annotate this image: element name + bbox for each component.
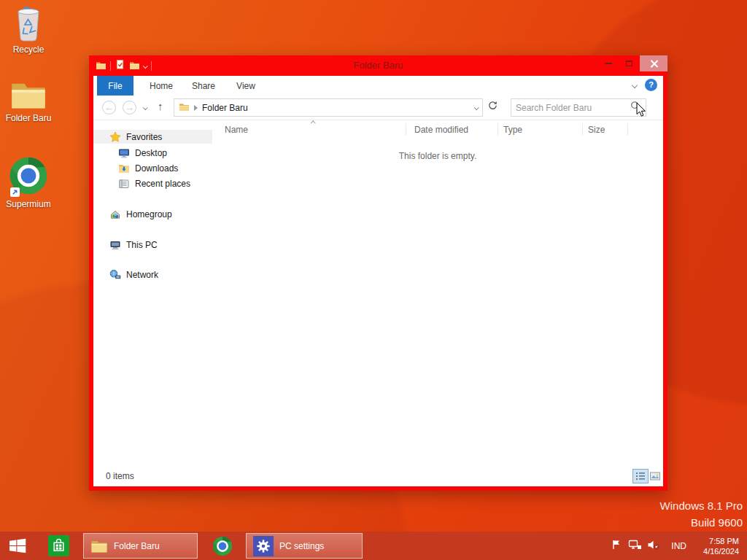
this-pc-icon	[109, 239, 121, 251]
details-view-icon	[635, 471, 646, 481]
refresh-icon[interactable]	[487, 100, 498, 114]
gear-icon	[255, 538, 271, 554]
network-tray-icon[interactable]	[628, 539, 642, 553]
sort-ascending-icon	[311, 121, 315, 125]
minimize-button[interactable]	[597, 55, 619, 71]
column-separator[interactable]	[406, 123, 406, 136]
column-separator[interactable]	[582, 123, 583, 136]
volume-muted-icon[interactable]	[647, 539, 660, 553]
explorer-window: Folder Baru File Home Share View ?	[89, 55, 667, 491]
shortcut-arrow-icon	[10, 187, 20, 197]
caption-buttons	[597, 55, 667, 71]
column-header-size[interactable]: Size	[588, 125, 605, 135]
tab-view[interactable]: View	[229, 76, 263, 96]
main-area: Favorites Desktop Downloads Recent place…	[93, 120, 663, 467]
network-icon	[109, 269, 121, 281]
sidebar-item-label: This PC	[126, 240, 158, 250]
navigation-pane: Favorites Desktop Downloads Recent place…	[93, 120, 212, 467]
column-separator[interactable]	[627, 123, 628, 136]
search-box[interactable]	[511, 98, 646, 117]
window-title: Folder Baru	[89, 55, 667, 76]
column-separator[interactable]	[498, 123, 498, 136]
taskbar-button-pc-settings[interactable]: PC settings	[246, 533, 363, 559]
action-center-flag-icon[interactable]	[611, 539, 623, 553]
supermium-browser-icon	[212, 536, 233, 556]
empty-folder-message: This folder is empty.	[212, 151, 663, 161]
desktop-icon-label: Recycle	[1, 44, 56, 55]
clock[interactable]: 7:58 PM 4/16/2024	[694, 536, 739, 556]
address-bar[interactable]: Folder Baru	[174, 98, 483, 117]
close-button[interactable]	[640, 55, 667, 71]
sidebar-item-label: Homegroup	[126, 209, 172, 219]
folder-icon	[90, 538, 108, 553]
column-header-name[interactable]: Name	[225, 125, 248, 135]
breadcrumb-chevron-icon[interactable]	[194, 105, 198, 111]
address-dropdown-chevron-icon[interactable]	[474, 105, 479, 109]
sidebar-item-downloads[interactable]: Downloads	[93, 161, 212, 175]
pc-settings-tile	[253, 536, 274, 556]
maximize-icon	[626, 61, 632, 66]
folder-icon	[179, 101, 190, 114]
sidebar-item-network[interactable]: Network	[93, 268, 212, 281]
sidebar-item-homegroup[interactable]: Homegroup	[93, 207, 212, 221]
taskbar-supermium-button[interactable]	[209, 532, 236, 560]
store-icon	[48, 535, 69, 556]
large-icons-view-icon	[649, 471, 661, 481]
help-icon[interactable]: ?	[645, 79, 657, 91]
up-button[interactable]: ↑	[158, 100, 163, 112]
start-button[interactable]	[0, 532, 35, 560]
desktop-icon-label: Supermium	[1, 199, 56, 209]
recent-places-icon	[118, 178, 130, 190]
file-list: Name Date modified Type Size This folder…	[212, 120, 663, 467]
taskbar-button-label: PC settings	[279, 541, 324, 551]
desktop-icon-recycle-bin[interactable]: Recycle	[1, 6, 56, 55]
sidebar-item-label: Desktop	[135, 148, 167, 158]
taskbar-button-folder-baru[interactable]: Folder Baru	[83, 533, 198, 559]
watermark-line2: Build 9600	[660, 514, 743, 531]
star-icon	[109, 131, 121, 143]
item-count: 0 items	[106, 471, 134, 481]
maximize-button[interactable]	[619, 55, 640, 71]
folder-icon	[9, 77, 47, 111]
clock-date: 4/16/2024	[694, 546, 739, 556]
close-icon	[650, 60, 658, 68]
tab-share[interactable]: Share	[187, 76, 220, 96]
sidebar-item-label: Recent places	[135, 179, 190, 189]
back-button[interactable]: ←	[102, 101, 116, 114]
taskbar: Folder Baru PC settings IND 7:58 PM 4/16…	[0, 532, 747, 560]
column-header-row: Name Date modified Type Size	[212, 120, 663, 139]
desktop-monitor-icon	[118, 147, 130, 159]
recent-locations-chevron-icon[interactable]	[143, 105, 147, 109]
breadcrumb-location[interactable]: Folder Baru	[202, 103, 471, 113]
details-view-button[interactable]	[632, 469, 649, 483]
windows-watermark: Windows 8.1 Pro Build 9600	[660, 497, 743, 531]
forward-button[interactable]: →	[123, 101, 136, 114]
taskbar-store-button[interactable]	[42, 532, 74, 560]
language-indicator[interactable]: IND	[671, 541, 686, 551]
sidebar-item-favorites[interactable]: Favorites	[93, 130, 212, 144]
sidebar-item-label: Network	[126, 270, 158, 280]
desktop-icon-folder-baru[interactable]: Folder Baru	[1, 77, 56, 123]
tab-file[interactable]: File	[97, 76, 133, 96]
title-bar[interactable]: Folder Baru	[89, 55, 667, 76]
sidebar-item-label: Favorites	[126, 132, 162, 142]
column-header-type[interactable]: Type	[503, 125, 522, 135]
recycle-bin-icon	[12, 6, 44, 42]
sidebar-item-desktop[interactable]: Desktop	[93, 146, 212, 160]
downloads-folder-icon	[118, 163, 130, 174]
taskbar-button-label: Folder Baru	[114, 541, 160, 551]
homegroup-icon	[109, 209, 121, 220]
tab-home[interactable]: Home	[144, 76, 178, 96]
column-header-date-modified[interactable]: Date modified	[414, 125, 468, 135]
sidebar-item-label: Downloads	[135, 163, 178, 174]
large-icons-view-button[interactable]	[647, 469, 663, 483]
sidebar-item-recent-places[interactable]: Recent places	[93, 176, 212, 190]
desktop-icon-label: Folder Baru	[1, 113, 56, 123]
search-input[interactable]	[516, 103, 630, 113]
clock-time: 7:58 PM	[694, 536, 739, 546]
ribbon-collapse-chevron-icon[interactable]	[632, 82, 638, 88]
sidebar-item-this-pc[interactable]: This PC	[93, 238, 212, 252]
supermium-browser-icon	[9, 156, 48, 197]
desktop-icon-supermium[interactable]: Supermium	[1, 156, 56, 209]
window-body: File Home Share View ? ← → ↑ Folder Baru	[93, 76, 663, 486]
